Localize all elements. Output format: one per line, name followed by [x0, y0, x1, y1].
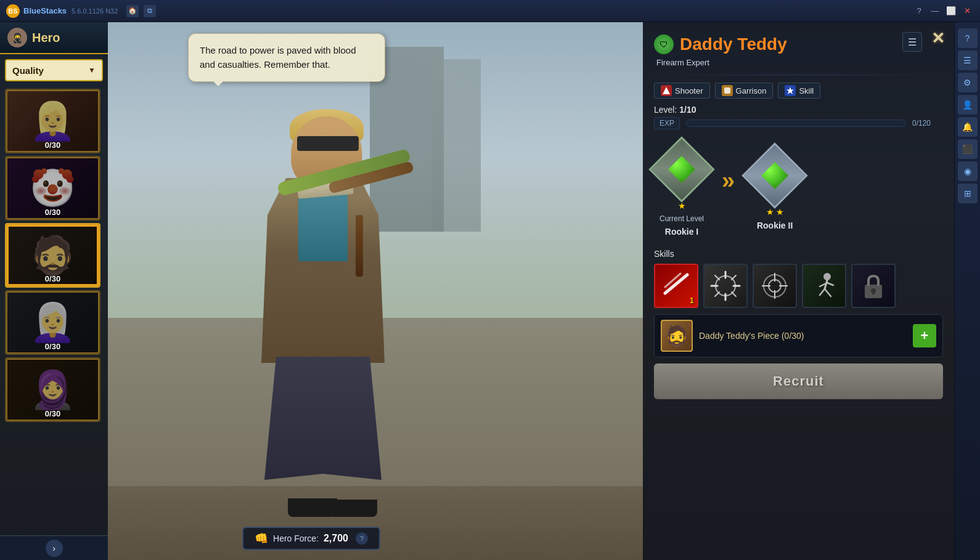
current-rank-item: ★ Current Level Rookie I	[654, 142, 709, 237]
piece-avatar-icon: 🧔	[664, 324, 689, 347]
force-label: Hero Force:	[273, 534, 319, 543]
sidebar-btn-display[interactable]: ⬛	[958, 139, 978, 159]
help-icon[interactable]: ?	[356, 532, 368, 545]
piece-avatar: 🧔	[661, 320, 693, 352]
hero-figure: 👱‍♀️	[30, 99, 76, 143]
bluestacks-logo: BS	[6, 4, 20, 18]
app-name: BlueStacks	[23, 6, 67, 15]
skill-slot-3[interactable]	[753, 264, 797, 308]
sidebar-btn-camera[interactable]: ◉	[958, 161, 978, 181]
character-figure	[206, 116, 440, 517]
hero-title: Hero	[32, 31, 60, 45]
star-icon: ★	[766, 207, 774, 217]
svg-line-22	[820, 289, 825, 295]
exp-value: 0/120	[912, 119, 943, 128]
add-piece-button[interactable]: +	[913, 324, 936, 347]
hero-header-icon: 🥷	[7, 28, 27, 47]
panel-menu-button[interactable]: ☰	[902, 32, 922, 52]
level-section: Level: 1/10 EXP 0/120	[654, 105, 943, 129]
svg-point-20	[823, 273, 831, 280]
skill-slot-4[interactable]	[802, 264, 846, 308]
hero-nav-button[interactable]: ›	[0, 535, 108, 560]
minimize-btn[interactable]: —	[928, 4, 942, 18]
exp-bar-container: EXP 0/120	[654, 117, 943, 129]
window-controls: ? — ⬜ ✕	[912, 4, 974, 18]
recruit-button[interactable]: Recruit	[654, 363, 943, 399]
window-close-btn[interactable]: ✕	[960, 4, 974, 18]
titlebar-icons: 🏠 ⧉	[126, 5, 156, 17]
sidebar-btn-menu[interactable]: ☰	[958, 51, 978, 70]
sidebar-btn-notifications[interactable]: 🔔	[958, 117, 978, 137]
speech-text: The road to power is paved with blood an…	[200, 45, 356, 70]
svg-marker-2	[786, 87, 794, 94]
character-display: The road to power is paved with blood an…	[108, 22, 515, 560]
hero-list-item[interactable]: 👩‍🦳 0/30	[5, 290, 100, 355]
sidebar-btn-settings[interactable]: ⚙	[958, 73, 978, 92]
svg-rect-28	[872, 291, 875, 294]
hero-name-section: 🛡 Daddy Teddy	[654, 34, 943, 54]
quality-dropdown[interactable]: Quality ▼	[5, 59, 103, 81]
current-rank-badge	[654, 142, 709, 197]
svg-line-23	[825, 289, 831, 296]
multi-icon[interactable]: ⧉	[144, 5, 156, 17]
sidebar-btn-grid[interactable]: ⊞	[958, 184, 978, 203]
close-button[interactable]: ✕	[927, 27, 949, 49]
hero-figure: 🤡	[30, 166, 76, 210]
skill-slot-1[interactable]: 1	[654, 264, 698, 308]
hero-count: 0/30	[45, 140, 60, 150]
next-rank-name: Rookie II	[757, 221, 793, 230]
piece-name: Daddy Teddy's Piece (0/30)	[699, 331, 804, 341]
forward-arrow-icon: ›	[46, 540, 63, 557]
menu-icon: ☰	[908, 36, 917, 48]
hero-figure: 🧔	[30, 233, 76, 277]
svg-marker-0	[663, 87, 670, 94]
force-value: 2,700	[324, 533, 348, 544]
hero-name: Daddy Teddy	[680, 34, 787, 54]
skills-row: 1	[654, 264, 943, 308]
help-btn[interactable]: ?	[912, 4, 926, 18]
hero-list-item[interactable]: 🤡 0/30	[5, 156, 100, 221]
home-icon[interactable]: 🏠	[126, 5, 139, 17]
next-rank-item: ★ ★ Rookie II	[747, 148, 802, 230]
svg-line-12	[715, 292, 719, 296]
skill-icon	[785, 85, 796, 96]
piece-section: 🧔 Daddy Teddy's Piece (0/30) +	[654, 314, 943, 357]
piece-info: Daddy Teddy's Piece (0/30)	[699, 330, 907, 341]
svg-line-25	[827, 283, 833, 285]
svg-line-10	[715, 275, 719, 280]
skill-slot-5[interactable]	[851, 264, 896, 308]
hero-list-item[interactable]: 🧕 0/30	[5, 357, 100, 422]
skills-section: Skills 1	[654, 249, 943, 308]
force-icon: 👊	[255, 532, 268, 545]
level-text: Level: 1/10	[654, 105, 943, 115]
skill-label: Skill	[799, 86, 814, 95]
hero-list: 👱‍♀️ 0/30 🤡 0/30 🧔 0/30	[0, 86, 108, 535]
tag-shooter: Shooter	[654, 83, 710, 99]
sidebar-btn-account[interactable]: 👤	[958, 95, 978, 115]
sidebar-btn-help[interactable]: ?	[958, 28, 978, 48]
garrison-icon	[722, 85, 733, 96]
hero-subtitle: Firearm Expert	[654, 58, 943, 67]
svg-rect-1	[724, 87, 730, 94]
hero-list-item[interactable]: 👱‍♀️ 0/30	[5, 89, 100, 153]
hero-count: 0/30	[45, 208, 60, 217]
restore-btn[interactable]: ⬜	[944, 4, 958, 18]
current-rank-label: Current Level	[659, 214, 704, 223]
next-rank-badge	[747, 148, 802, 203]
exp-label: EXP	[654, 117, 680, 129]
main-area: 🥷 Hero Quality ▼ 👱‍♀️ 0/30 🤡 0	[0, 22, 954, 560]
tags-row: Shooter Garrison Skill	[654, 83, 943, 99]
hero-info-panel: ✕ ☰ 🛡 Daddy Teddy Firearm Expert Shooter	[643, 22, 954, 560]
close-x-icon: ✕	[931, 29, 945, 48]
hero-list-item[interactable]: 🧔 0/30	[5, 223, 100, 288]
shooter-label: Shooter	[675, 86, 703, 95]
version-text: 5.6.0.1126 N32	[71, 7, 118, 15]
star-icon: ★	[776, 207, 784, 217]
skill-slot-2[interactable]	[703, 264, 748, 308]
chevron-down-icon: ▼	[88, 66, 96, 75]
hero-count: 0/30	[45, 274, 60, 283]
rank-section: ★ Current Level Rookie I » ★ ★ Rookie II	[654, 136, 943, 243]
hero-panel: 🥷 Hero Quality ▼ 👱‍♀️ 0/30 🤡 0	[0, 22, 108, 560]
skills-label: Skills	[654, 249, 943, 259]
right-sidebar: ? ☰ ⚙ 👤 🔔 ⬛ ◉ ⊞	[954, 22, 980, 560]
